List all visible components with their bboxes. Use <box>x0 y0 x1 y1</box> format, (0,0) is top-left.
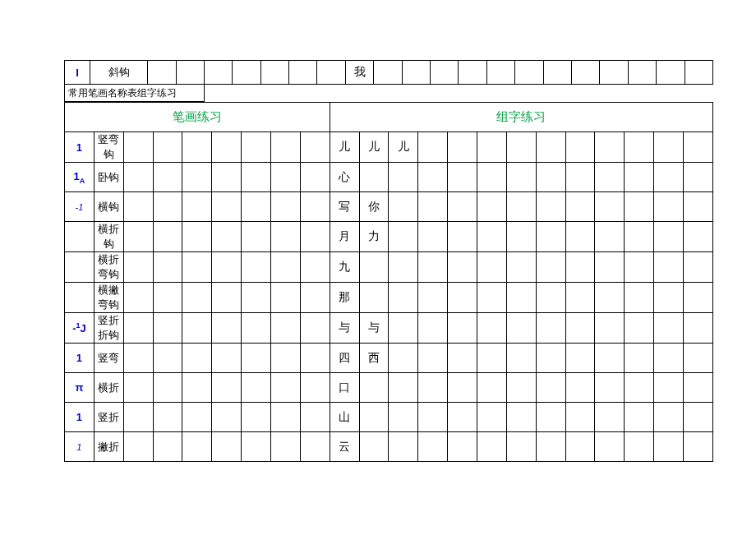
char-practice-cell <box>506 403 536 432</box>
stroke-practice-cell <box>123 222 153 252</box>
stroke-practice-cell <box>182 222 212 252</box>
char-practice-cell <box>565 373 595 403</box>
char-practice-cell <box>565 344 595 373</box>
char-practice-cell <box>595 283 625 313</box>
char-practice-cell <box>389 222 418 252</box>
practice-cell <box>628 61 656 85</box>
char-practice-cell <box>565 192 595 222</box>
stroke-name: 竖弯钩 <box>94 132 123 163</box>
practice-cell <box>233 61 260 85</box>
char-practice-cell <box>448 132 477 163</box>
char-practice-cell <box>448 222 477 252</box>
stroke-name: 竖折 <box>94 403 123 432</box>
char-practice-cell <box>359 403 389 432</box>
char-practice-cell <box>684 192 713 222</box>
char-example: 口 <box>330 373 359 403</box>
stroke-symbol <box>65 222 94 252</box>
char-practice-cell <box>418 432 448 462</box>
top-stroke-name: 斜钩 <box>90 61 148 85</box>
char-practice-cell <box>418 283 448 313</box>
stroke-practice-cell <box>123 132 153 163</box>
practice-cell <box>204 61 232 85</box>
char-practice-cell <box>477 313 507 344</box>
stroke-practice-cell <box>271 132 301 163</box>
char-practice-cell <box>506 432 536 462</box>
char-practice-cell <box>625 222 654 252</box>
practice-cell <box>543 61 571 85</box>
stroke-practice-cell <box>182 432 212 462</box>
stroke-name: 横撇弯钩 <box>94 283 123 313</box>
stroke-practice-cell <box>242 344 271 373</box>
stroke-practice-cell <box>300 373 330 403</box>
char-example: 四 <box>330 344 359 373</box>
char-example: 儿 <box>389 132 418 163</box>
char-practice-cell <box>536 163 565 192</box>
table-row: 1竖弯四西 <box>65 344 713 373</box>
char-practice-cell <box>536 283 565 313</box>
stroke-practice-cell <box>153 344 182 373</box>
header-right: 组字练习 <box>330 103 712 132</box>
char-practice-cell <box>359 252 389 283</box>
practice-cell <box>571 61 599 85</box>
char-practice-cell <box>477 192 507 222</box>
char-practice-cell <box>654 344 684 373</box>
char-practice-cell <box>448 313 477 344</box>
stroke-practice-cell <box>153 313 182 344</box>
char-practice-cell <box>595 163 625 192</box>
stroke-practice-cell <box>182 163 212 192</box>
stroke-practice-cell <box>242 432 271 462</box>
char-practice-cell <box>536 373 565 403</box>
stroke-practice-cell <box>242 192 271 222</box>
char-practice-cell <box>684 132 713 163</box>
char-practice-cell <box>595 313 625 344</box>
stroke-practice-cell <box>153 373 182 403</box>
practice-cell <box>289 61 317 85</box>
char-practice-cell <box>506 373 536 403</box>
char-practice-cell <box>506 313 536 344</box>
stroke-practice-cell <box>153 432 182 462</box>
stroke-practice-cell <box>212 313 242 344</box>
char-practice-cell <box>389 313 418 344</box>
practice-cell <box>459 61 486 85</box>
char-practice-cell <box>448 403 477 432</box>
char-practice-cell <box>359 163 389 192</box>
char-practice-cell <box>684 403 713 432</box>
stroke-practice-cell <box>271 192 301 222</box>
char-practice-cell <box>595 344 625 373</box>
char-practice-cell <box>506 283 536 313</box>
char-practice-cell <box>565 132 595 163</box>
table-row: 1A卧钩心 <box>65 163 713 192</box>
char-practice-cell <box>595 432 625 462</box>
stroke-name: 竖折折钩 <box>94 313 123 344</box>
stroke-practice-cell <box>123 313 153 344</box>
stroke-practice-cell <box>300 344 330 373</box>
char-practice-cell <box>389 192 418 222</box>
char-practice-cell <box>684 344 713 373</box>
char-practice-cell <box>654 132 684 163</box>
char-practice-cell <box>506 163 536 192</box>
header-row: 笔画练习 组字练习 <box>65 103 713 132</box>
stroke-practice-cell <box>271 403 301 432</box>
char-practice-cell <box>625 132 654 163</box>
table-row: 1撇折云 <box>65 432 713 462</box>
char-practice-cell <box>595 373 625 403</box>
stroke-practice-cell <box>123 344 153 373</box>
table-row: 1竖折山 <box>65 403 713 432</box>
char-practice-cell <box>654 373 684 403</box>
char-practice-cell <box>389 432 418 462</box>
char-practice-cell <box>654 283 684 313</box>
stroke-practice-cell <box>242 313 271 344</box>
stroke-practice-cell <box>153 132 182 163</box>
practice-cell <box>600 61 628 85</box>
stroke-name: 横钩 <box>94 192 123 222</box>
char-practice-cell <box>625 432 654 462</box>
practice-cell <box>431 61 459 85</box>
practice-cell <box>515 61 543 85</box>
char-practice-cell <box>536 403 565 432</box>
char-practice-cell <box>565 163 595 192</box>
table-row: π横折口 <box>65 373 713 403</box>
char-practice-cell <box>565 313 595 344</box>
stroke-practice-cell <box>182 252 212 283</box>
stroke-practice-cell <box>242 373 271 403</box>
stroke-practice-cell <box>212 163 242 192</box>
